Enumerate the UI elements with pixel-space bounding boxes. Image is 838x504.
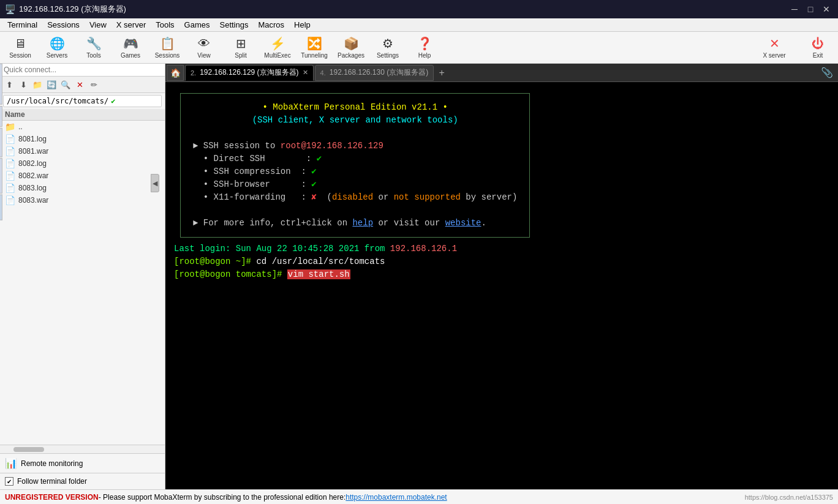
inactive-tab-title: 192.168.126.130 (京淘服务器)	[330, 67, 428, 78]
menu-terminal[interactable]: Terminal	[2, 19, 42, 31]
menu-view[interactable]: View	[85, 19, 111, 31]
cmd1-line: [root@bogon ~]# cd /usr/local/src/tomcat…	[174, 255, 829, 268]
toolbar-exit[interactable]: ⏻ Exit	[800, 34, 836, 62]
list-item[interactable]: 📄 8082.war	[0, 170, 165, 182]
file-newdir-btn[interactable]: 📁	[31, 78, 43, 91]
right-info: https://blog.csdn.net/a153375	[745, 494, 833, 501]
right-area: 🏠 2. 192.168.126.129 (京淘服务器) ✕ 4. 192.16…	[165, 64, 838, 489]
file-filter-btn[interactable]: 🔍	[59, 78, 72, 91]
home-tab[interactable]: 🏠	[167, 65, 184, 81]
file-download-btn[interactable]: ⬇	[17, 78, 29, 91]
file-name: 8083.war	[18, 196, 48, 205]
menu-help[interactable]: Help	[289, 19, 315, 31]
titlebar-title: 192.168.126.129 (京淘服务器)	[19, 4, 126, 15]
toolbar-multiexec[interactable]: ⚡ MultiExec	[260, 34, 295, 62]
file-name: ..	[18, 122, 23, 131]
terminal[interactable]: • MobaXterm Personal Edition v21.1 • (SS…	[165, 82, 838, 489]
collapse-sidebar-btn[interactable]: ◀	[151, 174, 159, 192]
file-delete-btn[interactable]: ✕	[74, 78, 86, 91]
servers-label: Servers	[47, 52, 67, 59]
side-tab-star[interactable]: ★	[0, 106, 2, 127]
file-refresh-btn[interactable]: 🔄	[45, 78, 58, 91]
active-tab-close[interactable]: ✕	[303, 69, 308, 77]
games-icon: 🎮	[123, 36, 138, 51]
menu-sessions[interactable]: Sessions	[42, 19, 85, 31]
toolbar-servers[interactable]: 🌐 Servers	[39, 34, 75, 62]
maximize-button[interactable]: □	[804, 2, 817, 16]
tools-label: Tools	[86, 52, 100, 59]
toolbar-settings[interactable]: ⚙ Settings	[370, 34, 406, 62]
follow-terminal-checkbox[interactable]: ✔ Follow terminal folder	[0, 473, 165, 489]
session-line-1: ► SSH session to root@192.168.126.129	[193, 140, 517, 152]
toolbar-sessions[interactable]: 📋 Sessions	[149, 34, 185, 62]
inactive-session-tab[interactable]: 4. 192.168.126.130 (京淘服务器)	[315, 65, 434, 81]
toolbar-session[interactable]: 🖥 Session	[2, 34, 38, 62]
horizontal-scrollbar[interactable]	[0, 445, 165, 453]
toolbar-xserver[interactable]: ✕ X server	[753, 34, 795, 62]
tunneling-icon: 🔀	[307, 36, 322, 51]
titlebar-left: 🖥️ 192.168.126.129 (京淘服务器)	[5, 4, 126, 15]
toolbar-view[interactable]: 👁 View	[186, 34, 222, 62]
menu-xserver[interactable]: X server	[111, 19, 151, 31]
file-icon: 📄	[5, 195, 15, 205]
minimize-button[interactable]: ─	[788, 2, 801, 16]
list-item[interactable]: 📁 ..	[0, 121, 165, 133]
file-edit-btn[interactable]: ✏	[88, 78, 100, 91]
session-x11: • X11-forwarding : ✘ (disabled or not su…	[193, 191, 517, 204]
close-button[interactable]: ✕	[820, 2, 833, 16]
file-toolbar: ⬆ ⬇ 📁 🔄 🔍 ✕ ✏	[0, 77, 165, 93]
paperclip-icon[interactable]: 📎	[817, 67, 837, 78]
file-icon: 📄	[5, 134, 15, 144]
tunneling-label: Tunneling	[301, 52, 328, 59]
file-upload-btn[interactable]: ⬆	[3, 78, 15, 91]
toolbar-help[interactable]: ❓ Help	[407, 34, 442, 62]
toolbar-right: ✕ X server ⏻ Exit	[753, 34, 836, 62]
menu-settings[interactable]: Settings	[215, 19, 254, 31]
list-item[interactable]: 📄 8083.log	[0, 182, 165, 194]
session-compression: • SSH compression : ✔	[193, 165, 517, 178]
add-tab-btn[interactable]: +	[435, 66, 448, 80]
side-tab-macros[interactable]: Macros	[0, 158, 2, 194]
exit-icon: ⏻	[812, 37, 824, 51]
list-item[interactable]: 📄 8081.log	[0, 133, 165, 145]
toolbar-games[interactable]: 🎮 Games	[113, 34, 148, 62]
file-name: 8081.war	[18, 147, 48, 156]
toolbar-tools[interactable]: 🔧 Tools	[76, 34, 111, 62]
file-icon: 📄	[5, 171, 15, 181]
session-label: Session	[9, 52, 31, 59]
quick-connect-bar	[0, 64, 165, 77]
menu-macros[interactable]: Macros	[253, 19, 289, 31]
list-item[interactable]: 📄 8083.war	[0, 194, 165, 206]
welcome-box: • MobaXterm Personal Edition v21.1 • (SS…	[180, 93, 530, 238]
menu-games[interactable]: Games	[179, 19, 215, 31]
last-login-line: Last login: Sun Aug 22 10:45:28 2021 fro…	[174, 243, 829, 255]
inactive-tab-index: 4.	[320, 69, 326, 77]
games-label: Games	[121, 52, 140, 59]
side-tab-sessions[interactable]: Sessions	[0, 64, 2, 105]
file-name: 8081.log	[18, 135, 47, 143]
unregistered-label: UNREGISTERED VERSION	[5, 493, 99, 502]
toolbar-tunneling[interactable]: 🔀 Tunneling	[296, 34, 332, 62]
main-area: Sessions ★ Tools Macros Sftp ⬆ ⬇ 📁 🔄 🔍 ✕…	[0, 64, 838, 489]
support-link[interactable]: https://mobaxterm.mobatek.net	[345, 493, 447, 502]
packages-label: Packages	[338, 52, 364, 59]
tabs-bar: 🏠 2. 192.168.126.129 (京淘服务器) ✕ 4. 192.16…	[165, 64, 838, 82]
side-tab-sftp[interactable]: Sftp	[0, 195, 2, 220]
tools-icon: 🔧	[86, 36, 102, 51]
toolbar-packages[interactable]: 📦 Packages	[333, 34, 369, 62]
toolbar: 🖥 Session 🌐 Servers 🔧 Tools 🎮 Games 📋 Se…	[0, 32, 838, 64]
welcome-line-1: • MobaXterm Personal Edition v21.1 •	[193, 101, 517, 114]
remote-monitoring-btn[interactable]: 📊 Remote monitoring	[0, 453, 165, 473]
follow-terminal-label: Follow terminal folder	[17, 477, 87, 486]
side-tab-tools[interactable]: Tools	[0, 128, 2, 157]
list-item[interactable]: 📄 8081.war	[0, 145, 165, 157]
scrollbar-thumb[interactable]	[13, 447, 44, 452]
toolbar-split[interactable]: ⊞ Split	[223, 34, 259, 62]
welcome-line-2: (SSH client, X server and network tools)	[193, 114, 517, 127]
servers-icon: 🌐	[50, 36, 65, 51]
menu-tools[interactable]: Tools	[151, 19, 179, 31]
active-session-tab[interactable]: 2. 192.168.126.129 (京淘服务器) ✕	[185, 65, 314, 81]
quick-connect-input[interactable]	[4, 66, 161, 74]
path-valid-icon: ✔	[111, 97, 158, 105]
list-item[interactable]: 📄 8082.log	[0, 157, 165, 170]
